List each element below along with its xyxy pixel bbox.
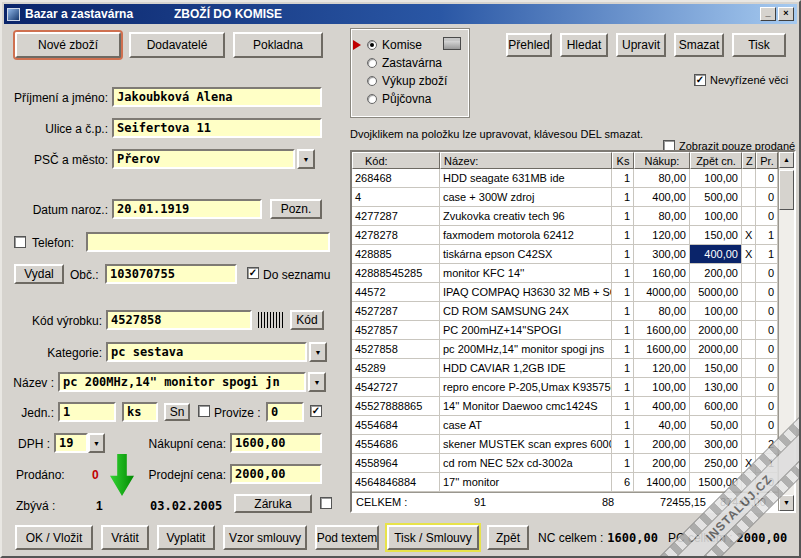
table-cell[interactable]: 0 bbox=[756, 340, 778, 359]
goods-name-field[interactable]: pc 200MHz,14" monitor spogi jn bbox=[58, 372, 306, 392]
table-cell[interactable]: 1 bbox=[612, 359, 634, 378]
table-cell[interactable] bbox=[742, 207, 756, 226]
table-cell[interactable]: IPAQ COMPAQ H3630 32 MB + SOF bbox=[440, 283, 612, 302]
table-cell[interactable]: 100,00 bbox=[634, 378, 690, 397]
table-cell[interactable]: 250,00 bbox=[690, 454, 742, 473]
issued-by-button[interactable]: Vydal bbox=[14, 264, 64, 284]
street-field[interactable]: Seifertova 11 bbox=[112, 118, 322, 138]
table-cell[interactable]: 1 bbox=[756, 454, 778, 473]
product-code-field[interactable]: 4527858 bbox=[106, 310, 252, 330]
birth-date-field[interactable]: 20.01.1919 bbox=[112, 199, 262, 219]
table-row[interactable]: 4527287CD ROM SAMSUNG 24X180,00100,000 bbox=[352, 302, 778, 321]
under-text-button[interactable]: Pod textem bbox=[315, 525, 379, 550]
code-button[interactable]: Kód bbox=[290, 310, 324, 330]
table-cell[interactable]: case AT bbox=[440, 416, 612, 435]
radio-icon[interactable] bbox=[367, 40, 377, 50]
table-row[interactable]: 268468HDD seagate 631MB ide180,00100,000 bbox=[352, 169, 778, 188]
table-cell[interactable]: 120,00 bbox=[634, 226, 690, 245]
suppliers-button[interactable]: Dodavatelé bbox=[129, 32, 225, 58]
table-cell[interactable]: 1 bbox=[756, 226, 778, 245]
table-cell[interactable] bbox=[742, 473, 756, 492]
id-card-field[interactable]: 103070755 bbox=[105, 264, 237, 284]
provize-checkbox[interactable] bbox=[198, 405, 210, 417]
cashdesk-button[interactable]: Pokladna bbox=[233, 32, 323, 58]
table-cell[interactable]: 300,00 bbox=[690, 435, 742, 454]
table-cell[interactable]: 4278278 bbox=[352, 226, 440, 245]
table-cell[interactable]: 4 bbox=[352, 188, 440, 207]
table-cell[interactable]: 1 bbox=[612, 245, 634, 264]
table-cell[interactable] bbox=[742, 397, 756, 416]
table-cell[interactable]: 200,00 bbox=[690, 264, 742, 283]
table-cell[interactable]: 1 bbox=[612, 397, 634, 416]
table-cell[interactable]: 400,00 bbox=[634, 188, 690, 207]
table-cell[interactable] bbox=[742, 378, 756, 397]
unresolved-checkbox[interactable] bbox=[694, 74, 706, 86]
table-cell[interactable]: 0 bbox=[756, 207, 778, 226]
table-cell[interactable] bbox=[742, 264, 756, 283]
table-cell[interactable]: case + 300W zdroj bbox=[440, 188, 612, 207]
table-cell[interactable]: 1600,00 bbox=[634, 321, 690, 340]
table-cell[interactable]: 300,00 bbox=[634, 245, 690, 264]
table-cell[interactable]: 80,00 bbox=[634, 207, 690, 226]
table-cell[interactable]: 200,00 bbox=[634, 435, 690, 454]
vertical-scrollbar[interactable]: ▲ ▼ bbox=[778, 152, 794, 511]
table-cell[interactable] bbox=[742, 416, 756, 435]
table-row[interactable]: 4278278faxmodem motorola 624121120,00150… bbox=[352, 226, 778, 245]
edit-button[interactable]: Upravit bbox=[616, 33, 666, 57]
table-cell[interactable] bbox=[742, 169, 756, 188]
return-button[interactable]: Vrátit bbox=[101, 525, 149, 550]
radio-icon[interactable] bbox=[367, 94, 377, 104]
table-cell[interactable]: 0 bbox=[756, 473, 778, 492]
table-cell[interactable]: faxmodem motorola 62412 bbox=[440, 226, 612, 245]
close-button[interactable]: × bbox=[778, 7, 794, 21]
table-cell[interactable]: monitor KFC 14'' bbox=[440, 264, 612, 283]
table-cell[interactable]: 160,00 bbox=[634, 264, 690, 283]
table-cell[interactable]: 1 bbox=[612, 207, 634, 226]
table-cell[interactable]: 1 bbox=[612, 264, 634, 283]
search-button[interactable]: Hledat bbox=[560, 33, 608, 57]
back-button[interactable]: Zpět bbox=[487, 525, 529, 550]
table-cell[interactable]: X bbox=[742, 226, 756, 245]
table-row[interactable]: 44572IPAQ COMPAQ H3630 32 MB + SOF14000,… bbox=[352, 283, 778, 302]
provize-field[interactable]: 0 bbox=[266, 402, 304, 422]
unit-kind-field[interactable]: ks bbox=[122, 402, 158, 422]
provize-confirm-checkbox[interactable] bbox=[310, 405, 322, 417]
table-cell[interactable]: 4554684 bbox=[352, 416, 440, 435]
table-cell[interactable]: 428885 bbox=[352, 245, 440, 264]
phone-field[interactable] bbox=[86, 232, 330, 252]
new-goods-button[interactable]: Nové zboží bbox=[15, 32, 121, 58]
table-cell[interactable]: 100,00 bbox=[690, 302, 742, 321]
warranty-button[interactable]: Záruka bbox=[234, 494, 312, 513]
table-cell[interactable]: 1 bbox=[612, 378, 634, 397]
table-cell[interactable]: 0 bbox=[756, 378, 778, 397]
warranty-checkbox[interactable] bbox=[320, 497, 332, 509]
table-cell[interactable]: 0 bbox=[756, 188, 778, 207]
payout-button[interactable]: Vyplatit bbox=[157, 525, 215, 550]
grid-column-header[interactable]: Nákup: bbox=[634, 152, 690, 169]
table-cell[interactable]: cd rom NEC 52x cd-3002a bbox=[440, 454, 612, 473]
table-row[interactable]: 4527858pc 200MHz,14'' monitor spogi jns1… bbox=[352, 340, 778, 359]
table-cell[interactable]: pc 200MHz,14'' monitor spogi jns bbox=[440, 340, 612, 359]
table-cell[interactable]: 1 bbox=[612, 302, 634, 321]
table-row[interactable]: 4554686skener MUSTEK scan expres 6000p12… bbox=[352, 435, 778, 454]
table-cell[interactable]: 0 bbox=[756, 169, 778, 188]
table-cell[interactable]: 120,00 bbox=[634, 359, 690, 378]
print-button[interactable]: Tisk bbox=[732, 33, 786, 57]
table-cell[interactable]: 0 bbox=[756, 359, 778, 378]
scrollbar-thumb[interactable] bbox=[779, 170, 794, 210]
table-cell[interactable]: 130,00 bbox=[690, 378, 742, 397]
table-cell[interactable]: 4558964 bbox=[352, 454, 440, 473]
table-cell[interactable]: HDD seagate 631MB ide bbox=[440, 169, 612, 188]
ok-insert-button[interactable]: OK / Vložit bbox=[15, 525, 93, 550]
table-row[interactable]: 456484688417'' monitor61400,001500,000 bbox=[352, 473, 778, 492]
mode-radio-vykup-zbozi[interactable]: Výkup zboží bbox=[351, 72, 469, 90]
table-cell[interactable]: 50,00 bbox=[690, 416, 742, 435]
table-cell[interactable]: 400,00 bbox=[690, 245, 742, 264]
print-contracts-button[interactable]: Tisk / Smlouvy bbox=[387, 525, 479, 550]
phone-checkbox[interactable] bbox=[14, 236, 26, 248]
table-cell[interactable]: 0 bbox=[756, 302, 778, 321]
table-cell[interactable]: 4000,00 bbox=[634, 283, 690, 302]
table-cell[interactable]: repro encore P-205,Umax K9357567 bbox=[440, 378, 612, 397]
table-row[interactable]: 4case + 300W zdroj1400,00500,000 bbox=[352, 188, 778, 207]
table-cell[interactable]: 80,00 bbox=[634, 169, 690, 188]
